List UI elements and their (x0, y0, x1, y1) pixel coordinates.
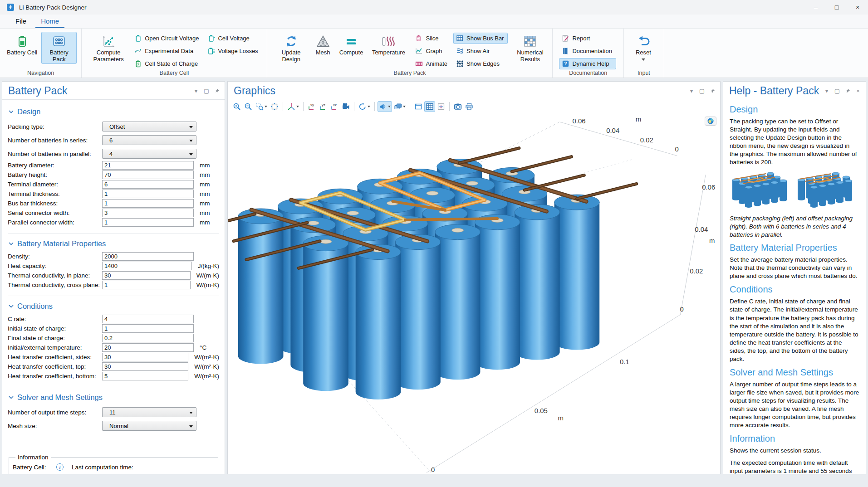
axis-tick-label: 0.04 (606, 127, 619, 134)
input-c-rate[interactable] (102, 315, 194, 323)
toolbar-separator (283, 102, 283, 111)
transparency-icon[interactable] (378, 101, 392, 112)
view-xy-icon[interactable]: xy (306, 101, 317, 112)
panel-pin-icon[interactable] (844, 88, 851, 94)
dynamic-help-button[interactable]: ? Dynamic Help (559, 58, 616, 69)
section-header-battery-material-properties[interactable]: Battery Material Properties (9, 239, 219, 248)
graphics-canvas[interactable]: 0.060.04m0.0200.060.04m0.0200.10.05m0 (228, 114, 720, 474)
slice-button[interactable]: Slice (412, 33, 451, 44)
select-packing-type[interactable]: Offset (102, 122, 196, 131)
scene-camera-icon[interactable] (340, 101, 351, 112)
panel-menu-chevron-icon[interactable]: ▾ (688, 88, 695, 94)
section-header-design[interactable]: Design (9, 107, 219, 116)
mesh-button[interactable]: Mesh (311, 32, 335, 58)
input-heat-capacity[interactable] (102, 262, 192, 270)
grid-icon[interactable] (424, 101, 435, 112)
input-parallel-connector-width[interactable] (102, 218, 194, 227)
select-mesh-size[interactable]: Normal (102, 421, 196, 431)
temperature-button[interactable]: Temperature (371, 32, 406, 58)
select-number-of-batteries-in-series[interactable]: 6 (102, 135, 196, 145)
experimental-data-button[interactable]: Experimental Data (132, 45, 203, 57)
input-thermal-conductivity-cross-plane[interactable] (102, 281, 191, 289)
maximize-button[interactable]: □ (826, 0, 847, 15)
voltage-losses-button[interactable]: Voltage Losses (205, 45, 262, 57)
info-icon[interactable]: i (56, 463, 64, 471)
select-value: 11 (109, 409, 116, 416)
help-paragraph: Shows the current session status. (730, 447, 859, 455)
cell-voltage-button[interactable]: Cell Voltage (205, 33, 262, 44)
environment-icon[interactable] (392, 101, 407, 112)
show-bus-bar-button[interactable]: Show Bus Bar (453, 33, 508, 44)
section-header-solver-and-mesh-settings[interactable]: Solver and Mesh Settings (9, 393, 219, 402)
reset-button[interactable]: Reset (631, 32, 656, 62)
zoom-out-icon[interactable] (243, 101, 254, 112)
zoom-box-icon[interactable] (254, 101, 269, 112)
panel-pin-icon[interactable] (214, 88, 220, 94)
window-title: Li Battery Pack Designer (19, 4, 87, 11)
input-density[interactable] (102, 252, 194, 261)
input-heat-transfer-coefficient-sides[interactable] (102, 353, 188, 361)
input-final-state-of-charge[interactable] (102, 334, 194, 342)
print-icon[interactable] (464, 101, 475, 112)
panel-close-icon[interactable]: × (855, 88, 861, 94)
panel-float-icon[interactable]: ▢ (834, 88, 840, 94)
toolbar-separator (354, 102, 354, 111)
input-bus-bar-thickness[interactable] (102, 199, 194, 208)
input-initial-external-temperature[interactable] (102, 343, 194, 352)
select-frame-icon[interactable] (413, 101, 424, 112)
field-label: Heat transfer coefficient, bottom: (8, 373, 102, 380)
input-battery-height[interactable] (102, 170, 194, 179)
panel-pin-icon[interactable] (709, 88, 716, 94)
input-thermal-conductivity-in-plane[interactable] (102, 271, 191, 280)
documentation-button[interactable]: Documentation (559, 45, 616, 57)
input-battery-diameter[interactable] (102, 161, 194, 170)
battery-pack-3d-view[interactable]: 0.060.04m0.0200.060.04m0.0200.10.05m0 (228, 114, 720, 474)
panel-menu-chevron-icon[interactable]: ▾ (824, 88, 830, 94)
zoom-extents-icon[interactable] (269, 101, 280, 112)
animate-button[interactable]: Animate (412, 58, 451, 69)
tab-file[interactable]: File (10, 15, 32, 28)
view-xz-icon[interactable]: xz (329, 101, 340, 112)
field-label: Number of batteries in series: (8, 137, 102, 144)
cell-state-of-charge-button[interactable]: Cell State of Charge (132, 58, 203, 69)
battery-pack-button[interactable]: Battery Pack (41, 32, 77, 64)
close-button[interactable]: × (847, 0, 868, 15)
numerical-results-button[interactable]: Numerical Results (512, 32, 548, 64)
input-initial-state-of-charge[interactable] (102, 324, 194, 333)
section-header-conditions[interactable]: Conditions (9, 302, 219, 311)
panel-float-icon[interactable]: ▢ (203, 88, 210, 94)
tab-home[interactable]: Home (35, 15, 64, 28)
compute-parameters-button[interactable]: Compute Parameters (91, 32, 126, 64)
report-button[interactable]: Report (559, 33, 616, 44)
select-number-of-output-time-steps[interactable]: 11 (102, 407, 196, 417)
open-circuit-voltage-button[interactable]: Open Circuit Voltage (132, 33, 203, 44)
input-heat-transfer-coefficient-top[interactable] (102, 362, 188, 371)
rotate-icon[interactable] (357, 101, 372, 112)
default-view-icon[interactable] (286, 101, 300, 112)
battery-cell-button[interactable]: Battery Cell (5, 32, 39, 58)
snapshot-icon[interactable] (452, 101, 463, 112)
minimize-button[interactable]: – (805, 0, 826, 15)
view-yz-icon[interactable]: yz (318, 101, 329, 112)
graphics-toolbar: xyyzxz (228, 99, 720, 114)
orientation-icon[interactable] (436, 101, 446, 112)
input-terminal-thickness[interactable] (102, 190, 194, 198)
field-label: Terminal diameter: (8, 181, 102, 188)
panel-float-icon[interactable]: ▢ (699, 88, 705, 94)
section-battery-material-properties: Battery Material PropertiesDensity:Heat … (8, 233, 219, 289)
select-number-of-batteries-in-parallel[interactable]: 4 (102, 149, 196, 159)
graph-button[interactable]: Graph (412, 45, 451, 57)
input-terminal-diameter[interactable] (102, 180, 194, 189)
panel-menu-chevron-icon[interactable]: ▾ (193, 88, 199, 94)
update-design-button[interactable]: Update Design (274, 32, 309, 64)
section-title: Solver and Mesh Settings (17, 393, 103, 402)
button-label: Graph (426, 48, 442, 54)
compute-button[interactable]: Compute (337, 32, 366, 58)
ribbon: Battery Cell Battery Pack Navigation Com… (0, 28, 868, 78)
zoom-in-icon[interactable] (231, 101, 242, 112)
show-air-button[interactable]: Show Air (453, 45, 508, 57)
input-serial-connector-width[interactable] (102, 209, 194, 217)
field-unit: W/(m²·K) (194, 363, 219, 370)
input-heat-transfer-coefficient-bottom[interactable] (102, 372, 188, 380)
show-edges-button[interactable]: Show Edges (453, 58, 508, 69)
